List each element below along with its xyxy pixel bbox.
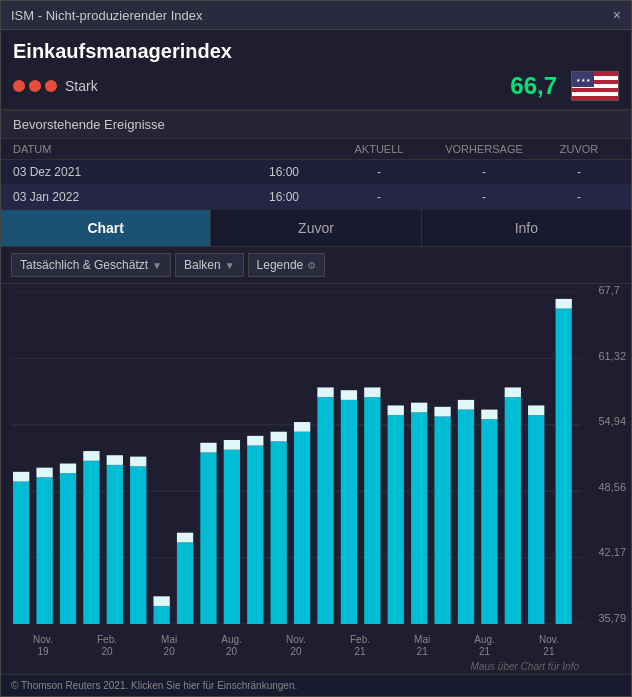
events-section: Bevorstehende Ereignisse DATUM AKTUELL V… bbox=[1, 110, 631, 210]
row2-aktuell: - bbox=[329, 190, 429, 204]
tab-zuvor[interactable]: Zuvor bbox=[211, 210, 421, 246]
x-label-mai21: Mai21 bbox=[414, 634, 430, 658]
x-label-nov19: Nov.19 bbox=[33, 634, 53, 658]
bar bbox=[13, 482, 29, 624]
y-label-5: 42,17 bbox=[598, 546, 626, 558]
row1-zuvor: - bbox=[539, 165, 619, 179]
y-axis-labels: 67,7 61,32 54,94 48,56 42,17 35,79 bbox=[598, 284, 626, 624]
bar-estimate bbox=[364, 387, 380, 397]
x-label-nov20: Nov.20 bbox=[286, 634, 306, 658]
bar bbox=[364, 397, 380, 624]
bar bbox=[294, 432, 310, 624]
bar-estimate bbox=[200, 443, 216, 453]
bar-estimate bbox=[177, 533, 193, 543]
bar bbox=[556, 309, 572, 624]
col-zuvor: ZUVOR bbox=[539, 143, 619, 155]
dot-2 bbox=[29, 80, 41, 92]
stripe bbox=[572, 96, 618, 100]
chevron-down-icon: ▼ bbox=[225, 260, 235, 271]
bar-estimate bbox=[60, 464, 76, 474]
bar-estimate bbox=[294, 422, 310, 432]
bar bbox=[60, 473, 76, 624]
y-label-3: 54,94 bbox=[598, 415, 626, 427]
bar bbox=[434, 417, 450, 625]
bar-estimate bbox=[317, 387, 333, 397]
x-label-nov21: Nov.21 bbox=[539, 634, 559, 658]
bar-estimate bbox=[388, 405, 404, 415]
dropdown-chart-type-label: Balken bbox=[184, 258, 221, 272]
events-table: DATUM AKTUELL VORHERSAGE ZUVOR 03 Dez 20… bbox=[1, 139, 631, 210]
row1-vorhersage: - bbox=[429, 165, 539, 179]
bar bbox=[411, 412, 427, 624]
bar-estimate bbox=[411, 403, 427, 413]
x-label-feb21: Feb.21 bbox=[350, 634, 370, 658]
flag-canton: ★★★ bbox=[572, 72, 594, 87]
bar bbox=[481, 419, 497, 624]
bar bbox=[505, 397, 521, 624]
close-button[interactable]: × bbox=[613, 7, 621, 23]
header: Einkaufsmanagerindex Stark 66,7 bbox=[1, 30, 631, 110]
footer[interactable]: © Thomson Reuters 2021. Klicken Sie hier… bbox=[1, 674, 631, 696]
x-label-mai20: Mai20 bbox=[161, 634, 177, 658]
dropdown-chart-type[interactable]: Balken ▼ bbox=[175, 253, 244, 277]
bar-estimate bbox=[434, 407, 450, 417]
bar bbox=[130, 466, 146, 624]
y-label-bottom: 35,79 bbox=[598, 612, 626, 624]
bar bbox=[458, 410, 474, 624]
row2-vorhersage: - bbox=[429, 190, 539, 204]
bar-estimate bbox=[556, 299, 572, 309]
col-datum: DATUM bbox=[13, 143, 269, 155]
chart-inner bbox=[11, 292, 581, 624]
bar-estimate bbox=[13, 472, 29, 482]
bar-estimate bbox=[341, 390, 357, 400]
y-label-top: 67,7 bbox=[598, 284, 626, 296]
dropdown-legend-label: Legende bbox=[257, 258, 304, 272]
bar-estimate bbox=[130, 457, 146, 467]
title-bar: ISM - Nicht-produzierender Index × bbox=[1, 1, 631, 30]
chart-area: 67,7 61,32 54,94 48,56 42,17 35,79 bbox=[1, 284, 631, 674]
dropdown-data-type-label: Tatsächlich & Geschätzt bbox=[20, 258, 148, 272]
bar bbox=[177, 542, 193, 624]
row1-date: 03 Dez 2021 bbox=[13, 165, 269, 179]
bar bbox=[528, 415, 544, 624]
bar bbox=[341, 400, 357, 624]
status-label: Stark bbox=[65, 78, 98, 94]
events-title: Bevorstehende Ereignisse bbox=[1, 110, 631, 139]
y-label-2: 61,32 bbox=[598, 350, 626, 362]
table-row: 03 Jan 2022 16:00 - - - bbox=[1, 185, 631, 210]
bar bbox=[388, 415, 404, 624]
main-window: ISM - Nicht-produzierender Index × Einka… bbox=[0, 0, 632, 697]
bar-estimate bbox=[481, 410, 497, 420]
dropdown-legend[interactable]: Legende ⚙ bbox=[248, 253, 326, 277]
bar bbox=[36, 477, 52, 624]
status-value: 66,7 bbox=[510, 72, 557, 100]
chevron-down-icon: ▼ bbox=[152, 260, 162, 271]
country-flag: ★★★ bbox=[571, 71, 619, 101]
bar bbox=[247, 446, 263, 624]
table-row: 03 Dez 2021 16:00 - - - bbox=[1, 160, 631, 185]
dot-3 bbox=[45, 80, 57, 92]
col-aktuell: AKTUELL bbox=[329, 143, 429, 155]
tooltip-hint: Maus über Chart für Info bbox=[471, 661, 579, 672]
dropdown-data-type[interactable]: Tatsächlich & Geschätzt ▼ bbox=[11, 253, 171, 277]
bar-chart bbox=[11, 292, 581, 624]
bar-estimate bbox=[154, 596, 170, 606]
y-label-4: 48,56 bbox=[598, 481, 626, 493]
bar-estimate bbox=[36, 468, 52, 478]
col-time bbox=[269, 143, 329, 155]
controls-bar: Tatsächlich & Geschätzt ▼ Balken ▼ Legen… bbox=[1, 247, 631, 284]
footer-text: © Thomson Reuters 2021. Klicken Sie hier… bbox=[11, 680, 297, 691]
x-label-aug21: Aug.21 bbox=[474, 634, 495, 658]
row2-zuvor: - bbox=[539, 190, 619, 204]
header-status: Stark 66,7 ★★★ bbox=[13, 71, 619, 101]
tab-info[interactable]: Info bbox=[422, 210, 631, 246]
tab-chart[interactable]: Chart bbox=[1, 210, 211, 246]
row2-date: 03 Jan 2022 bbox=[13, 190, 269, 204]
col-vorhersage: VORHERSAGE bbox=[429, 143, 539, 155]
bar-estimate bbox=[271, 432, 287, 442]
bar bbox=[154, 606, 170, 624]
x-label-aug20: Aug.20 bbox=[221, 634, 242, 658]
bar bbox=[224, 450, 240, 624]
bar-estimate bbox=[528, 405, 544, 415]
events-table-header: DATUM AKTUELL VORHERSAGE ZUVOR bbox=[1, 139, 631, 160]
